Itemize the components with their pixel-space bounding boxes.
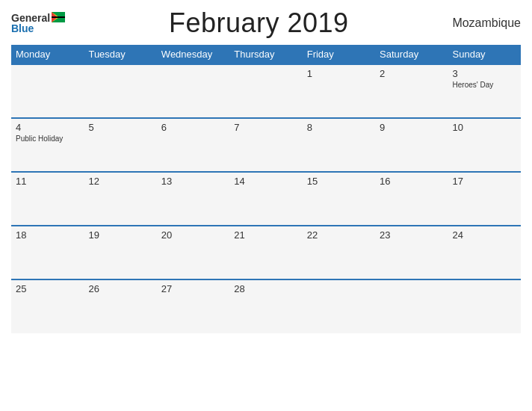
country-label: Mozambique	[452, 16, 521, 30]
week-row-4: 18192021222324	[11, 226, 521, 279]
day-number: 3	[453, 68, 516, 79]
calendar-title: February 2019	[169, 7, 349, 38]
calendar-cell: 8	[303, 118, 375, 172]
weekday-header-friday: Friday	[303, 45, 375, 64]
day-number: 26	[88, 283, 152, 294]
weekday-header-row: MondayTuesdayWednesdayThursdayFridaySatu…	[11, 45, 521, 64]
day-number: 14	[234, 176, 297, 187]
calendar-cell: 9	[375, 118, 448, 172]
day-number: 9	[380, 122, 443, 133]
weekday-header-tuesday: Tuesday	[84, 45, 156, 64]
calendar-cell: 27	[157, 279, 229, 333]
calendar-cell: 24	[448, 226, 521, 279]
day-number: 22	[307, 229, 371, 241]
day-number: 1	[307, 68, 371, 79]
calendar-cell	[157, 64, 229, 118]
day-number: 11	[16, 176, 79, 187]
calendar-cell: 16	[375, 172, 448, 226]
day-number: 6	[161, 122, 225, 133]
day-number: 2	[380, 68, 443, 79]
calendar-cell	[303, 279, 375, 333]
country-name: Mozambique	[452, 16, 521, 29]
weekday-header-saturday: Saturday	[375, 45, 448, 64]
calendar-cell: 20	[157, 226, 229, 279]
calendar-cell	[448, 279, 521, 333]
weekday-header-sunday: Sunday	[448, 45, 521, 64]
day-number: 27	[161, 283, 225, 294]
weekday-header-monday: Monday	[11, 45, 84, 64]
logo: General Blue	[11, 13, 65, 34]
week-row-2: 4Public Holiday5678910	[11, 118, 521, 172]
calendar-cell: 7	[229, 118, 302, 172]
day-number: 28	[234, 283, 297, 294]
day-number: 24	[453, 229, 516, 241]
calendar-cell: 22	[303, 226, 375, 279]
logo-flag-icon	[52, 12, 65, 22]
day-number: 18	[16, 229, 79, 241]
calendar-cell: 26	[84, 279, 156, 333]
calendar-title-area: February 2019	[169, 7, 349, 39]
day-number: 25	[16, 283, 79, 294]
week-row-5: 25262728	[11, 279, 521, 333]
calendar-cell: 10	[448, 118, 521, 172]
calendar-cell: 12	[84, 172, 156, 226]
calendar-table: MondayTuesdayWednesdayThursdayFridaySatu…	[11, 45, 521, 333]
day-number: 17	[453, 176, 516, 187]
calendar-cell	[11, 64, 84, 118]
day-number: 16	[380, 176, 443, 187]
calendar-cell: 25	[11, 279, 84, 333]
calendar-cell: 13	[157, 172, 229, 226]
weekday-header-thursday: Thursday	[229, 45, 302, 64]
calendar-cell: 19	[84, 226, 156, 279]
weekday-header-wednesday: Wednesday	[157, 45, 229, 64]
calendar-cell: 14	[229, 172, 302, 226]
calendar-cell: 6	[157, 118, 229, 172]
day-number: 5	[88, 122, 152, 133]
calendar-cell: 4Public Holiday	[11, 118, 84, 172]
day-number: 7	[234, 122, 297, 133]
calendar-cell: 1	[303, 64, 375, 118]
event-label: Heroes' Day	[453, 81, 516, 89]
calendar-cell: 18	[11, 226, 84, 279]
calendar-cell: 3Heroes' Day	[448, 64, 521, 118]
calendar-cell: 28	[229, 279, 302, 333]
week-row-1: 123Heroes' Day	[11, 64, 521, 118]
day-number: 15	[307, 176, 371, 187]
logo-blue-text: Blue	[11, 23, 34, 34]
day-number: 21	[234, 229, 297, 241]
day-number: 8	[307, 122, 371, 133]
calendar-cell: 21	[229, 226, 302, 279]
week-row-3: 11121314151617	[11, 172, 521, 226]
logo-general-text: General	[11, 13, 50, 23]
day-number: 13	[161, 176, 225, 187]
day-number: 20	[161, 229, 225, 241]
calendar-cell	[84, 64, 156, 118]
calendar-cell	[229, 64, 302, 118]
calendar-page: General Blue February 2019 Mozambique Mo…	[0, 0, 532, 411]
calendar-header: General Blue February 2019 Mozambique	[11, 7, 521, 39]
calendar-cell: 15	[303, 172, 375, 226]
calendar-cell: 17	[448, 172, 521, 226]
calendar-cell: 11	[11, 172, 84, 226]
day-number: 23	[380, 229, 443, 241]
day-number: 4	[16, 122, 79, 133]
calendar-cell: 23	[375, 226, 448, 279]
calendar-cell	[375, 279, 448, 333]
calendar-cell: 2	[375, 64, 448, 118]
svg-rect-3	[52, 16, 65, 18]
day-number: 19	[88, 229, 152, 241]
calendar-cell: 5	[84, 118, 156, 172]
event-label: Public Holiday	[16, 135, 79, 143]
day-number: 10	[453, 122, 516, 133]
day-number: 12	[88, 176, 152, 187]
